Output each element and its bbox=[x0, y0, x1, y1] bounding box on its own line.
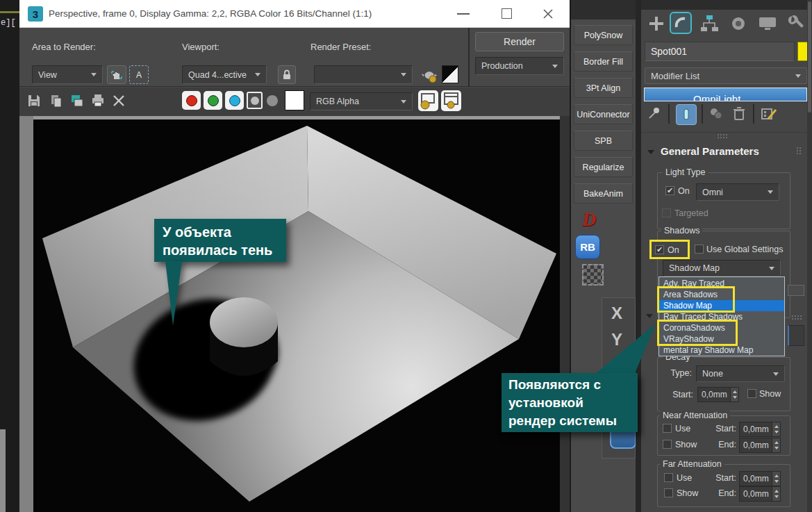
utilities-tab[interactable] bbox=[786, 13, 805, 34]
decay-type-label: Type: bbox=[667, 368, 692, 378]
modifier-stack[interactable]: OmniLight bbox=[644, 88, 807, 101]
render-button[interactable]: Render bbox=[475, 32, 564, 51]
spinner-arrows[interactable] bbox=[772, 422, 781, 437]
chevron-down-icon bbox=[795, 74, 801, 78]
spinner-arrows[interactable] bbox=[772, 486, 781, 502]
frame-teapot-icon bbox=[418, 90, 438, 111]
rendered-image[interactable] bbox=[33, 119, 560, 512]
make-unique-button[interactable] bbox=[708, 106, 724, 122]
hierarchy-tab[interactable] bbox=[699, 14, 720, 33]
display-tab[interactable] bbox=[757, 14, 778, 33]
spinner-arrows[interactable] bbox=[731, 387, 739, 402]
rollout-collapse-arrow[interactable] bbox=[647, 150, 654, 154]
lock-viewport-button[interactable] bbox=[278, 65, 296, 84]
near-start-spinner[interactable]: 0,0mm bbox=[739, 422, 781, 437]
near-show-checkbox[interactable] bbox=[663, 440, 672, 449]
light-on-checkbox[interactable]: ✔ bbox=[665, 186, 674, 195]
stack-toolbar-divider bbox=[702, 104, 703, 124]
render-preset-dropdown[interactable] bbox=[314, 65, 413, 84]
background-color-swatch[interactable] bbox=[285, 90, 304, 110]
script-button-label: PolySnow bbox=[584, 31, 623, 40]
shadow-type-value: Shadow Map bbox=[669, 263, 765, 273]
clone-vfb-button[interactable] bbox=[69, 93, 85, 108]
shadows-on-checkbox[interactable]: ✔ bbox=[655, 245, 664, 254]
rappatools-button[interactable]: RB bbox=[575, 235, 600, 259]
pin-stack-button[interactable] bbox=[647, 106, 661, 120]
script-button-uniconnector[interactable]: UniConnector bbox=[574, 104, 633, 124]
minimize-button[interactable] bbox=[457, 13, 470, 15]
script-button-polysnow[interactable]: PolySnow bbox=[574, 25, 633, 45]
show-end-result-button[interactable] bbox=[676, 104, 697, 125]
maximize-button[interactable] bbox=[502, 8, 512, 19]
modify-tab[interactable] bbox=[670, 12, 692, 34]
desktop-edge: e][ bbox=[0, 0, 19, 512]
debris-maker-button[interactable]: D bbox=[582, 208, 604, 232]
spinner-arrows[interactable] bbox=[772, 471, 781, 486]
rollout-drag-grip[interactable] bbox=[797, 147, 802, 156]
script-button-label: 3Pt Align bbox=[586, 83, 620, 93]
remove-modifier-button[interactable] bbox=[731, 106, 747, 122]
script-button-bakeanim[interactable]: BakeAnim bbox=[574, 183, 633, 204]
configure-modifier-sets-button[interactable] bbox=[761, 106, 779, 122]
green-channel-button[interactable] bbox=[204, 91, 222, 110]
alpha-channel-button[interactable] bbox=[267, 95, 278, 106]
titlebar[interactable]: 3 Perspective, frame 0, Display Gamma: 2… bbox=[19, 0, 570, 28]
area-to-render-value: View bbox=[38, 70, 87, 80]
modifier-list-dropdown[interactable]: Modifier List bbox=[645, 67, 807, 84]
close-button[interactable] bbox=[542, 8, 554, 19]
script-button-spb[interactable]: SPB bbox=[574, 131, 633, 151]
create-tab[interactable] bbox=[647, 14, 665, 33]
rollout-grip[interactable] bbox=[718, 134, 729, 140]
far-attenuation-group-label: Far Attenuation bbox=[660, 459, 724, 469]
targeted-checkbox[interactable] bbox=[662, 208, 671, 217]
render-setup-button[interactable] bbox=[420, 64, 439, 85]
save-image-button[interactable] bbox=[26, 93, 42, 108]
far-end-spinner[interactable]: 0,0mm bbox=[739, 486, 781, 502]
decay-show-checkbox[interactable] bbox=[747, 389, 756, 398]
far-use-checkbox[interactable] bbox=[664, 473, 673, 482]
stack-item-omnilight[interactable]: OmniLight bbox=[693, 93, 740, 101]
far-show-checkbox[interactable] bbox=[664, 488, 673, 497]
clear-image-button[interactable] bbox=[111, 93, 126, 108]
rollout-title[interactable]: General Parameters bbox=[661, 145, 759, 157]
script-button-borderfill[interactable]: Border Fill bbox=[574, 51, 633, 72]
shadow-option-mental-ray-shadow-map[interactable]: mental ray Shadow Map bbox=[659, 345, 784, 356]
mono-channel-button[interactable] bbox=[247, 92, 263, 109]
scrollbar-thumb[interactable] bbox=[808, 1, 811, 113]
print-image-button[interactable] bbox=[90, 93, 106, 108]
area-to-render-dropdown[interactable]: View bbox=[32, 65, 103, 84]
decay-type-dropdown[interactable]: None bbox=[696, 365, 785, 382]
gamma-toggle-button[interactable] bbox=[442, 65, 458, 83]
auto-region-button[interactable]: A bbox=[129, 65, 149, 84]
axis-x-button[interactable]: X bbox=[611, 304, 622, 323]
blue-channel-button[interactable] bbox=[225, 91, 244, 110]
green-channel-icon bbox=[208, 95, 219, 106]
test-tube-icon bbox=[682, 108, 690, 122]
copy-image-button[interactable] bbox=[49, 93, 64, 108]
use-global-settings-checkbox[interactable] bbox=[695, 245, 704, 254]
far-start-spinner[interactable]: 0,0mm bbox=[739, 471, 781, 486]
callout-shadow-appeared-tail bbox=[160, 261, 188, 328]
panel-scrollbar[interactable] bbox=[807, 0, 812, 512]
light-type-dropdown[interactable]: Omni bbox=[696, 183, 779, 201]
render-toolbar: Area to Render: Viewport: Render Preset:… bbox=[19, 28, 570, 87]
channel-display-dropdown[interactable]: RGB Alpha bbox=[310, 92, 413, 110]
spinner-arrows[interactable] bbox=[772, 438, 781, 453]
red-channel-button[interactable] bbox=[182, 91, 201, 110]
object-name-field[interactable]: Spot001 bbox=[645, 42, 795, 61]
marquee-tool-button[interactable] bbox=[582, 264, 604, 286]
viewport-dropdown[interactable]: Quad 4...ective bbox=[182, 65, 267, 84]
render-mode-dropdown[interactable]: Production bbox=[475, 57, 564, 75]
script-button-regularize[interactable]: Regularize bbox=[574, 157, 633, 177]
pan-region-button[interactable] bbox=[107, 65, 126, 84]
decay-start-spinner[interactable]: 0,0mm bbox=[697, 387, 739, 402]
near-end-spinner[interactable]: 0,0mm bbox=[739, 438, 781, 453]
motion-tab[interactable] bbox=[728, 14, 749, 33]
layer-view-button[interactable] bbox=[418, 90, 438, 111]
split-view-button[interactable] bbox=[441, 90, 461, 111]
shadow-type-dropdown[interactable]: Shadow Map bbox=[663, 260, 781, 276]
script-button-3ptalign[interactable]: 3Pt Align bbox=[574, 78, 633, 98]
near-use-checkbox[interactable] bbox=[663, 424, 672, 433]
app-logo-icon: 3 bbox=[28, 6, 43, 22]
object-name-value: Spot001 bbox=[651, 46, 687, 57]
